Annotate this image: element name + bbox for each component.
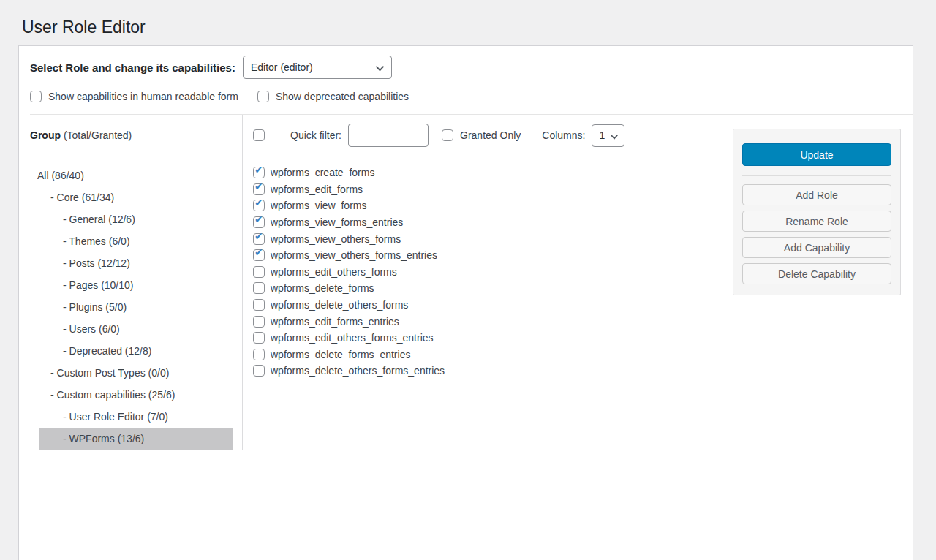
capability-checkbox[interactable]: ✔ — [253, 233, 265, 245]
select-role-label: Select Role and change its capabilities: — [30, 61, 235, 74]
select-all-checkbox[interactable] — [253, 129, 265, 141]
checkmark-icon: ✔ — [254, 231, 263, 241]
capability-label: wpforms_delete_forms_entries — [271, 349, 410, 360]
capability-label: wpforms_delete_others_forms_entries — [271, 365, 445, 377]
capability-checkbox[interactable] — [253, 365, 265, 377]
group-item[interactable]: - WPForms (13/6) — [39, 428, 233, 450]
group-item[interactable]: - General (12/6) — [19, 208, 242, 230]
group-item[interactable]: - Custom Post Types (0/0) — [19, 362, 242, 384]
checkmark-icon: ✔ — [254, 214, 263, 224]
groups-tree: All (86/40)- Core (61/34)- General (12/6… — [19, 156, 242, 450]
capability-checkbox[interactable] — [253, 349, 265, 360]
user-role-editor-panel: Select Role and change its capabilities:… — [18, 45, 913, 560]
group-item[interactable]: - Plugins (5/0) — [19, 296, 242, 318]
checkmark-icon: ✔ — [254, 181, 263, 192]
group-item[interactable]: - Custom capabilities (25/6) — [19, 384, 242, 406]
chevron-down-icon — [375, 64, 385, 73]
role-select-value: Editor (editor) — [251, 61, 313, 73]
capability-label: wpforms_view_forms_entries — [271, 216, 403, 228]
capability-checkbox[interactable] — [253, 266, 265, 278]
capability-checkbox[interactable] — [253, 332, 265, 344]
capability-row: wpforms_delete_others_forms — [253, 297, 913, 314]
human-readable-label: Show capabilities in human readable form — [48, 91, 238, 102]
capability-checkbox[interactable]: ✔ — [253, 200, 265, 211]
add-role-button[interactable]: Add Role — [742, 184, 891, 205]
capability-checkbox[interactable] — [253, 282, 265, 294]
group-header-suffix: (Total/Granted) — [61, 129, 132, 141]
group-header-label: Group — [30, 129, 61, 141]
capability-checkbox[interactable] — [253, 316, 265, 328]
granted-only-checkbox[interactable] — [442, 129, 453, 141]
groups-header: Group (Total/Granted) — [19, 115, 242, 156]
group-item[interactable]: - Core (61/34) — [19, 186, 242, 208]
capability-label: wpforms_edit_forms_entries — [271, 316, 399, 328]
granted-only-label: Granted Only — [460, 129, 521, 141]
capability-checkbox[interactable]: ✔ — [253, 249, 265, 261]
update-button[interactable]: Update — [742, 143, 891, 166]
group-item[interactable]: - User Role Editor (7/0) — [19, 406, 242, 428]
delete-capability-button[interactable]: Delete Capability — [742, 263, 891, 284]
quick-filter-input[interactable] — [348, 124, 429, 147]
capability-checkbox[interactable]: ✔ — [253, 167, 265, 178]
group-item[interactable]: All (86/40) — [19, 164, 242, 186]
page-title: User Role Editor — [22, 16, 936, 38]
groups-column: Group (Total/Granted) All (86/40)- Core … — [19, 115, 243, 450]
human-readable-checkbox[interactable] — [30, 91, 42, 102]
show-deprecated-label: Show deprecated capabilities — [276, 91, 409, 102]
checkmark-icon: ✔ — [254, 247, 263, 257]
checkmark-icon: ✔ — [254, 197, 263, 208]
capability-checkbox[interactable]: ✔ — [253, 183, 265, 195]
capability-label: wpforms_create_forms — [271, 167, 374, 178]
capability-label: wpforms_edit_others_forms_entries — [271, 332, 434, 344]
capability-row: wpforms_edit_forms_entries — [253, 313, 913, 330]
group-item[interactable]: - Posts (12/12) — [19, 252, 242, 274]
capability-label: wpforms_view_forms — [271, 200, 366, 211]
capability-checkbox[interactable]: ✔ — [253, 216, 265, 228]
capability-row: wpforms_delete_forms_entries — [253, 347, 913, 363]
capability-label: wpforms_delete_others_forms — [271, 299, 408, 311]
columns-select[interactable]: 1 — [592, 124, 624, 147]
role-select[interactable]: Editor (editor) — [243, 56, 392, 79]
capability-label: wpforms_delete_forms — [271, 282, 374, 294]
chevron-down-icon — [610, 132, 619, 141]
group-item[interactable]: - Users (6/0) — [19, 318, 242, 340]
capability-label: wpforms_edit_forms — [271, 183, 363, 195]
capabilities-column: Quick filter: Granted Only Columns: 1 ✔w… — [243, 115, 913, 450]
rename-role-button[interactable]: Rename Role — [742, 211, 891, 232]
panel-divider — [742, 175, 891, 176]
group-item[interactable]: - Pages (10/10) — [19, 274, 242, 296]
actions-panel: Update Add Role Rename Role Add Capabili… — [733, 129, 901, 295]
group-item[interactable]: - Deprecated (12/8) — [19, 340, 242, 362]
capability-checkbox[interactable] — [253, 299, 265, 311]
role-select-section: Select Role and change its capabilities:… — [19, 46, 913, 114]
capability-label: wpforms_view_others_forms_entries — [271, 249, 437, 261]
quick-filter-label: Quick filter: — [290, 129, 341, 141]
checkmark-icon: ✔ — [254, 164, 263, 175]
capability-label: wpforms_edit_others_forms — [271, 266, 397, 278]
capability-label: wpforms_view_others_forms — [271, 233, 401, 245]
add-capability-button[interactable]: Add Capability — [742, 237, 891, 258]
capability-row: wpforms_edit_others_forms_entries — [253, 330, 913, 347]
capability-row: wpforms_delete_others_forms_entries — [253, 363, 913, 379]
show-deprecated-checkbox[interactable] — [257, 91, 269, 102]
columns-label: Columns: — [542, 129, 585, 141]
columns-select-value: 1 — [599, 129, 605, 141]
group-item[interactable]: - Themes (6/0) — [19, 230, 242, 252]
